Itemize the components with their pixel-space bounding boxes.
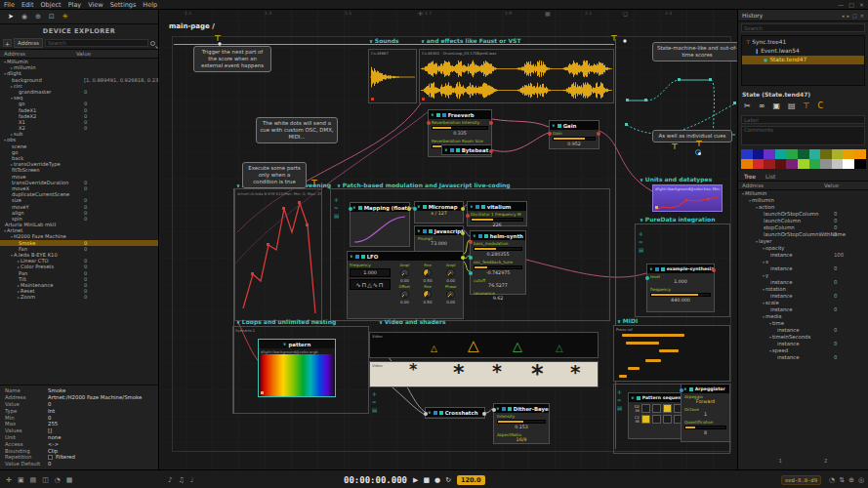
state-tree-row[interactable]: launchOrStopColumnWithName0	[738, 231, 868, 238]
state-tree-row[interactable]: ▾Millumin	[738, 190, 868, 197]
split-view-icon[interactable]: ◫	[42, 476, 49, 484]
expand-arrow-icon[interactable]: ▾	[763, 273, 765, 278]
select-tool-icon[interactable]: ➤	[8, 13, 14, 20]
color-swatch[interactable]	[832, 149, 844, 159]
interval-units[interactable]: Units and datatypes	[640, 176, 712, 183]
midi-note[interactable]	[626, 342, 659, 345]
frame-icon[interactable]: ◻	[623, 10, 628, 17]
interval-puredata[interactable]: PureData integration	[640, 216, 715, 223]
node-pattern[interactable]: pattern dlight:/background@color.argb	[258, 339, 336, 397]
state-tree-row[interactable]: instance0	[738, 265, 868, 272]
expand-arrow-icon[interactable]: ▾	[763, 246, 765, 251]
input-port[interactable]	[469, 271, 473, 275]
step-cell[interactable]	[641, 404, 650, 413]
output-port[interactable]	[482, 412, 486, 416]
trigger-icon[interactable]: ⊤	[610, 35, 617, 43]
output-port[interactable]	[597, 132, 600, 136]
color-swatch[interactable]	[820, 149, 832, 159]
color-swatch[interactable]	[854, 149, 866, 159]
snap-tool-icon[interactable]: ✳	[62, 13, 68, 20]
color-swatch[interactable]	[809, 149, 821, 159]
state-tree-row[interactable]: ▾millumin	[738, 197, 868, 204]
expand-arrow-icon[interactable]: ▸	[18, 295, 20, 300]
node-vitalium[interactable]: vitalium Oscillator 1 Frequency M 226	[467, 201, 527, 226]
input-port[interactable]	[645, 276, 649, 280]
color-swatch[interactable]	[753, 149, 765, 159]
waveform-icon[interactable]: ∿	[355, 281, 360, 288]
grid-icon[interactable]: ▦	[66, 476, 73, 484]
color-swatch[interactable]	[764, 159, 775, 169]
state-tree-row[interactable]: launchOrStopColumn0	[738, 211, 868, 218]
history-item[interactable]: ⊤Sync.tree41	[742, 38, 864, 47]
page-number[interactable]: 1	[779, 458, 783, 464]
property-value[interactable]: []	[48, 427, 52, 434]
play-button-icon[interactable]: ▶	[413, 476, 418, 484]
expand-arrow-icon[interactable]: ▾	[763, 301, 765, 305]
property-value[interactable]: Artnet:/H2000 Faze Machine/Smoke	[48, 394, 142, 401]
color-swatch[interactable]	[832, 159, 844, 169]
property-value[interactable]: Int	[48, 408, 55, 415]
float-icon[interactable]: □	[852, 13, 857, 19]
state-tree-row[interactable]: ▾layer	[738, 238, 868, 245]
stop-button-icon[interactable]: ■	[423, 476, 430, 484]
score-canvas[interactable]: 1.11.31.51.71.92.12.3 ✛▦◻ main-page /	[159, 10, 737, 469]
input-port[interactable]	[466, 214, 470, 218]
node-example-synthesizer[interactable]: example-synthesizer level 1.000 frequenc…	[646, 264, 715, 312]
comment-box[interactable]: Trigger the next part of the score when …	[193, 46, 271, 72]
expand-arrow-icon[interactable]: ▾	[756, 239, 758, 244]
color-swatch[interactable]	[741, 149, 753, 159]
device-tree-row[interactable]: ▸Zoom0	[0, 294, 158, 300]
midi-toolbar[interactable]: ✛≈▤	[617, 390, 622, 411]
knob[interactable]	[400, 290, 409, 299]
condition-dot[interactable]	[623, 39, 627, 43]
state-tree-row[interactable]: ▾x	[738, 259, 868, 265]
expand-arrow-icon[interactable]: ▾	[742, 191, 744, 196]
interval-video[interactable]: Video and shaders	[379, 318, 445, 325]
sound-clip-2[interactable]: Cs.46300 - DrumLoop_03.170Bpm6.wav	[419, 49, 614, 103]
comment-box[interactable]: The white dots will send a cue with cust…	[256, 117, 338, 143]
comment-box[interactable]: State-machine-like and out-of-time score…	[652, 42, 737, 61]
color-swatch[interactable]	[753, 159, 765, 169]
output-port[interactable]	[489, 149, 493, 153]
color-swatch[interactable]	[798, 149, 809, 159]
property-value[interactable]: Clip	[48, 448, 58, 455]
interval-sounds[interactable]: Sounds	[369, 37, 399, 44]
window-control-icon[interactable]: ×	[859, 1, 864, 8]
property-value[interactable]: 0	[48, 401, 51, 408]
property-value[interactable]: Filtered	[56, 454, 75, 461]
expand-arrow-icon[interactable]: ▾	[769, 321, 771, 326]
state-tree-row[interactable]: instance0	[738, 327, 868, 334]
expand-arrow-icon[interactable]: ▾	[763, 260, 765, 264]
param-slider[interactable]	[684, 426, 726, 429]
property-value[interactable]: 0	[48, 415, 51, 422]
device-search-input[interactable]	[45, 39, 148, 47]
midi-note[interactable]	[659, 349, 679, 352]
record-button-icon[interactable]: ●	[434, 476, 440, 484]
crosshair-icon[interactable]: ✛	[418, 10, 423, 17]
input-port[interactable]	[469, 240, 473, 244]
loop-icon[interactable]: C	[817, 102, 823, 110]
state-comments-input[interactable]	[741, 126, 865, 145]
midi-note[interactable]	[619, 375, 627, 378]
puredata-toolbar[interactable]: ✛≈▤	[639, 232, 643, 253]
color-swatch[interactable]	[820, 159, 832, 169]
state-tree-row[interactable]: instance100	[738, 252, 868, 259]
property-value[interactable]: 0	[48, 461, 51, 468]
color-swatch[interactable]	[786, 159, 798, 169]
trigger-icon[interactable]: ⊤	[804, 102, 810, 110]
timecode-display[interactable]: 00:00:00.000	[344, 475, 407, 485]
pagination[interactable]: 12	[738, 452, 868, 469]
node-micromap[interactable]: Micromap x / 127	[414, 201, 464, 224]
color-swatch[interactable]	[741, 159, 753, 169]
color-swatch[interactable]	[843, 149, 854, 159]
node-arpeggiator[interactable]: Arpeggiator Arpeggio Forward Octave 1 Qu…	[681, 384, 730, 442]
trigger-icon[interactable]: ⊤	[310, 180, 317, 187]
color-swatch[interactable]	[798, 159, 809, 169]
snapshot-icon[interactable]: ▣	[772, 102, 780, 110]
menu-play[interactable]: Play	[68, 1, 82, 9]
midi-note[interactable]	[628, 367, 640, 370]
state-tree-row[interactable]: ▾scale	[738, 300, 868, 306]
input-port[interactable]	[548, 132, 552, 136]
state-tree-row[interactable]: instance0	[738, 279, 868, 286]
trigger-icon[interactable]: ⊤	[671, 143, 678, 151]
